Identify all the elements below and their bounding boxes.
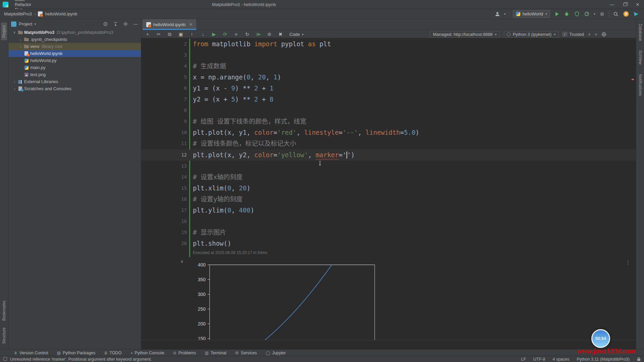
close-button[interactable]: ✕ xyxy=(631,0,644,9)
run-button[interactable] xyxy=(553,11,560,17)
encoding-widget[interactable]: UTF-8 xyxy=(533,357,545,362)
hide-panel-button[interactable]: — xyxy=(133,21,138,27)
code-line-6[interactable]: 6y1 = (x - 9) ** 2 + 1 xyxy=(141,83,636,94)
run-all-below-button[interactable]: ≫ xyxy=(255,32,261,37)
tree-item-matplotlibpro3[interactable]: ∨MatplotlibPro3D:\python_pro\MatplotlibP… xyxy=(8,29,141,36)
tree-item-main-py[interactable]: main.py xyxy=(8,64,141,71)
stripe-tab-project[interactable]: Project xyxy=(1,22,7,40)
code-line-9[interactable]: 9# 绘图 设置下线条的颜色，样式，线宽 xyxy=(141,116,636,127)
toolwindow-version-control[interactable]: ⋔Version Control xyxy=(14,351,48,355)
code-line-17[interactable]: 17plt.ylim(0, 400) xyxy=(141,205,636,216)
toolwindow-python-packages[interactable]: ▤Python Packages xyxy=(57,351,96,355)
tree-item-venv[interactable]: ›venvlibrary root xyxy=(8,43,141,50)
locate-file-button[interactable] xyxy=(103,21,108,27)
interrupt-kernel-button[interactable]: ■ xyxy=(233,32,239,37)
move-cell-up-button[interactable]: ↑ xyxy=(189,32,195,37)
tree-item-test-png[interactable]: test.png xyxy=(8,71,141,78)
user-profile-button[interactable] xyxy=(494,11,501,17)
toolwindow-terminal[interactable]: ▥Terminal xyxy=(205,351,227,355)
indent-widget[interactable]: 4 spaces xyxy=(552,357,569,362)
collapse-all-cells-button[interactable]: ∧ xyxy=(588,32,591,37)
stripe-tab-database[interactable]: Database xyxy=(638,24,643,41)
code-line-15[interactable]: 15plt.xlim(0, 20) xyxy=(141,183,636,194)
collapse-all-button[interactable] xyxy=(113,21,118,27)
lock-icon[interactable] xyxy=(637,357,641,361)
toolwindow-jupyter[interactable]: ◯Jupyter xyxy=(266,351,286,355)
tab-close-icon[interactable]: ✕ xyxy=(189,22,193,27)
profiler-dropdown-chevron-icon[interactable]: ▾ xyxy=(594,12,595,16)
stripe-tab-notifications[interactable]: Notifications xyxy=(638,74,643,96)
toolwindow-services[interactable]: ⚙Services xyxy=(235,351,257,355)
delete-cell-button[interactable]: ✖ xyxy=(277,32,283,37)
code-line-4[interactable]: 4# 生成数据 xyxy=(141,61,636,72)
stripe-tab-bookmarks[interactable]: Bookmarks xyxy=(2,301,6,321)
add-cell-button[interactable]: + xyxy=(145,32,151,37)
notebook-editor[interactable]: Executed at 2025.08.08 15:20:17 in 54ms … xyxy=(141,38,636,340)
code-line-7[interactable]: 7y2 = (x + 5) ** 2 + 8 xyxy=(141,94,636,105)
line-separator-widget[interactable]: LF xyxy=(521,357,526,362)
user-dropdown-chevron-icon[interactable]: ▾ xyxy=(504,12,506,16)
code-line-5[interactable]: 5x = np.arange(0, 20, 1) xyxy=(141,72,636,83)
code-line-10[interactable]: 10plt.plot(x, y1, color='red', linestyle… xyxy=(141,127,636,138)
code-line-19[interactable]: 19# 显示图片 xyxy=(141,227,636,238)
code-line-20[interactable]: 20plt.show() xyxy=(141,238,636,249)
tab-helloworld-ipynb[interactable]: helloWorld.ipynb ✕ xyxy=(143,19,196,30)
code-line-16[interactable]: 16# 设置y轴的刻度 xyxy=(141,194,636,205)
tree-item-scratches-and-consoles[interactable]: ›Scratches and Consoles xyxy=(8,85,141,92)
debug-button[interactable] xyxy=(564,11,570,17)
tool-window-switcher-icon[interactable] xyxy=(3,357,7,362)
license-indicator-icon[interactable] xyxy=(633,11,639,17)
cut-cell-button[interactable]: ✂ xyxy=(156,32,162,37)
code-line-3[interactable]: 3 xyxy=(141,50,636,61)
stop-button[interactable] xyxy=(599,11,605,17)
code-line-11[interactable]: 11# 设置线条颜色，标记以及标记大小 xyxy=(141,138,636,149)
screen-recording-timer-bubble[interactable]: 02:54 xyxy=(591,329,610,348)
img-icon xyxy=(24,72,30,77)
trusted-checkbox[interactable]: ✓ Trusted xyxy=(562,32,584,37)
tree-item-helloworld-ipynb[interactable]: helloWorld.ipynb xyxy=(8,50,141,57)
code-line-18[interactable]: 18 xyxy=(141,216,636,227)
clear-outputs-button[interactable]: ⊘ xyxy=(266,32,272,37)
code-line-14[interactable]: 14# 设置x轴的刻度 xyxy=(141,172,636,183)
move-cell-down-button[interactable]: ↓ xyxy=(200,32,206,37)
restart-kernel-button[interactable]: ⟳ xyxy=(222,32,228,37)
notebook-settings-button[interactable] xyxy=(601,32,606,37)
toolwindow-python-console[interactable]: ◑Python Console xyxy=(130,351,164,355)
jupyter-server-select[interactable]: Managed: http://localhost:8888 ▾ xyxy=(430,31,500,38)
stripe-tab-sciview[interactable]: SciView xyxy=(638,50,643,64)
kernel-select[interactable]: Python 3 (ipykernel) ▾ xyxy=(504,31,559,38)
status-message[interactable]: Unresolved reference 'marker'. Positiona… xyxy=(10,357,152,362)
stripe-tab-structure[interactable]: Structure xyxy=(2,327,6,344)
breadcrumb-file[interactable]: helloWorld.ipynb xyxy=(45,11,77,16)
update-available-button[interactable] xyxy=(623,11,629,17)
copy-cell-button[interactable]: ⧉ xyxy=(167,32,173,37)
tree-item-helloworld-py[interactable]: helloWorld.py xyxy=(8,57,141,64)
code-line-2[interactable]: 2from matplotlib import pyplot as plt xyxy=(141,39,636,50)
run-configuration-select[interactable]: helloWorld ▾ xyxy=(513,10,550,18)
code-line-8[interactable]: 8 xyxy=(141,105,636,116)
paste-cell-button[interactable]: ▣ xyxy=(178,32,184,37)
restore-button[interactable] xyxy=(619,0,631,9)
toolwindow-todo[interactable]: ≣TODO xyxy=(104,351,121,355)
rerun-cells-button[interactable]: ↻ xyxy=(244,32,250,37)
todo-icon: ≣ xyxy=(104,351,107,355)
toolwindow-problems[interactable]: ⊘Problems xyxy=(173,351,196,355)
menu-refactor[interactable]: Refactor xyxy=(12,2,35,7)
code-line-12[interactable]: 12plt.plot(x, y2, color='yellow', marker… xyxy=(141,149,636,161)
profiler-button[interactable] xyxy=(584,11,590,17)
run-with-coverage-button[interactable] xyxy=(574,11,580,17)
interpreter-widget[interactable]: Python 3.11 (MatplotlibPro3) xyxy=(577,357,630,362)
tree-item-ipynb-checkpoints[interactable]: ›.ipynb_checkpoints xyxy=(8,36,141,43)
search-everywhere-button[interactable] xyxy=(612,11,619,17)
project-view-dropdown-icon[interactable]: ▾ xyxy=(34,22,36,26)
code-line-13[interactable]: 13 xyxy=(141,161,636,172)
expand-all-cells-button[interactable]: ∨ xyxy=(595,32,597,37)
breadcrumb-project[interactable]: MatplotlibPro3 xyxy=(4,11,32,16)
settings-gear-button[interactable] xyxy=(123,21,128,27)
cell-type-select[interactable]: Code ▾ xyxy=(289,32,304,37)
tree-item-external-libraries[interactable]: ›External Libraries xyxy=(8,78,141,85)
run-cell-button[interactable]: ▶ xyxy=(211,32,217,37)
line-number: 5 xyxy=(141,72,187,83)
project-panel-title[interactable]: Project xyxy=(19,21,32,26)
minimize-button[interactable]: — xyxy=(606,0,619,9)
